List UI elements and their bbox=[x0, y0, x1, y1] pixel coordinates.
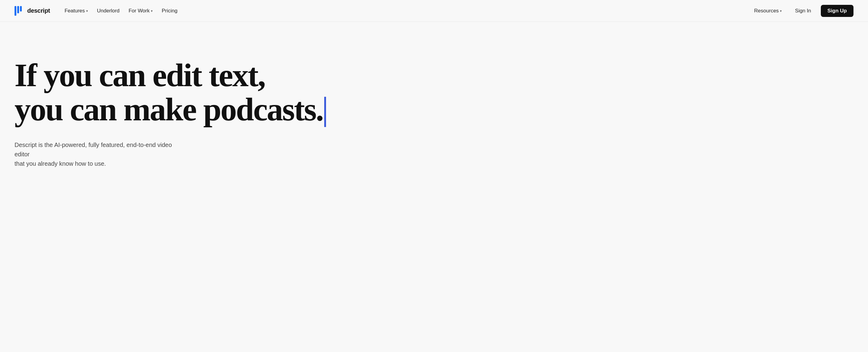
hero-subtext-line2: that you already know how to use. bbox=[14, 160, 106, 167]
logo-link[interactable]: descript bbox=[14, 6, 50, 16]
chevron-down-icon: ▾ bbox=[86, 9, 88, 13]
nav-label-underlord: Underlord bbox=[97, 8, 120, 14]
svg-rect-1 bbox=[17, 6, 19, 13]
hero-section: If you can edit text, you can make podca… bbox=[0, 22, 424, 193]
hero-headline-line1: If you can edit text, bbox=[14, 57, 265, 93]
sign-in-button[interactable]: Sign In bbox=[790, 5, 816, 16]
chevron-down-icon: ▾ bbox=[780, 9, 782, 13]
cursor-bar bbox=[324, 97, 326, 127]
svg-rect-2 bbox=[20, 6, 22, 11]
sign-up-label: Sign Up bbox=[828, 8, 847, 13]
hero-subtext: Descript is the AI-powered, fully featur… bbox=[14, 140, 184, 168]
nav-label-for-work: For Work bbox=[128, 8, 150, 14]
navbar: descript Features ▾ Underlord For Work ▾… bbox=[0, 0, 868, 22]
descript-logo-icon bbox=[14, 6, 24, 16]
nav-label-resources: Resources bbox=[754, 8, 779, 14]
chevron-down-icon: ▾ bbox=[151, 9, 153, 13]
nav-item-pricing[interactable]: Pricing bbox=[158, 5, 181, 16]
nav-item-resources[interactable]: Resources ▾ bbox=[751, 5, 785, 16]
nav-right: Resources ▾ Sign In Sign Up bbox=[751, 5, 854, 17]
nav-left: descript Features ▾ Underlord For Work ▾… bbox=[14, 5, 181, 16]
nav-label-pricing: Pricing bbox=[162, 8, 178, 14]
nav-item-features[interactable]: Features ▾ bbox=[61, 5, 91, 16]
hero-headline: If you can edit text, you can make podca… bbox=[14, 58, 377, 128]
hero-headline-line2: you can make podcasts. bbox=[14, 91, 323, 127]
hero-subtext-line1: Descript is the AI-powered, fully featur… bbox=[14, 141, 172, 158]
logo-text: descript bbox=[27, 7, 50, 14]
sign-in-label: Sign In bbox=[795, 8, 811, 13]
nav-links: Features ▾ Underlord For Work ▾ Pricing bbox=[61, 5, 181, 16]
nav-label-features: Features bbox=[64, 8, 85, 14]
nav-item-underlord[interactable]: Underlord bbox=[93, 5, 123, 16]
svg-rect-0 bbox=[14, 6, 16, 16]
sign-up-button[interactable]: Sign Up bbox=[821, 5, 854, 17]
nav-item-for-work[interactable]: For Work ▾ bbox=[125, 5, 156, 16]
